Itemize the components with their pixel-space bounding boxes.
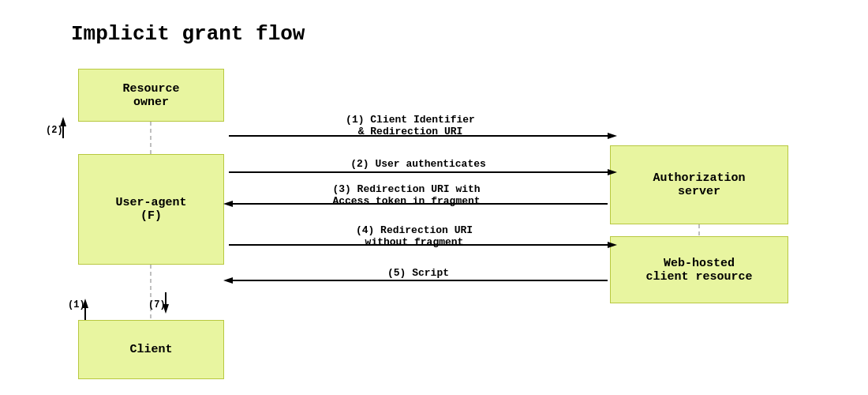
arrow1-label: (1) Client Identifier& Redirection URI — [292, 114, 529, 137]
svg-marker-8 — [223, 201, 233, 207]
side-label-2: (2) — [46, 125, 63, 136]
arrow5-label: (5) Script — [339, 267, 497, 279]
svg-marker-4 — [608, 133, 617, 139]
web-hosted-box: Web-hostedclient resource — [610, 236, 788, 303]
client-box: Client — [78, 320, 224, 379]
page-title: Implicit grant flow — [71, 22, 305, 46]
arrow2-label: (2) User authenticates — [308, 158, 529, 170]
diagram-container: Implicit grant flow Resourceowner User-a… — [0, 0, 868, 395]
arrow3-label: (3) Redirection URI withAccess token in … — [284, 183, 529, 207]
user-agent-box: User-agent(F) — [78, 154, 224, 265]
side-label-1: (1) — [68, 299, 85, 310]
resource-owner-box: Resourceowner — [78, 69, 224, 122]
auth-server-box: Authorizationserver — [610, 145, 788, 224]
svg-marker-12 — [223, 277, 233, 284]
arrow4-label: (4) Redirection URIwithout fragment — [300, 224, 529, 248]
side-label-7: (7) — [148, 299, 166, 310]
